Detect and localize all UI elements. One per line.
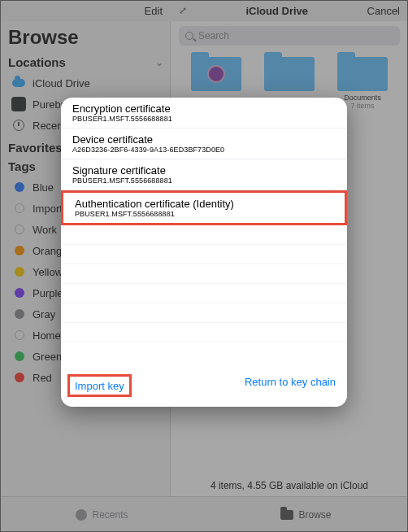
cert-title: Authentication certificate (Identity) xyxy=(75,198,335,210)
browse-heading: Browse xyxy=(8,26,163,49)
tag-dot-icon xyxy=(15,351,24,361)
blank-row xyxy=(61,323,347,342)
tag-label: Yellow xyxy=(33,266,63,278)
tag-dot-icon xyxy=(15,267,24,277)
import-key-button[interactable]: Import key xyxy=(75,380,124,392)
tab-browse-label: Browse xyxy=(298,509,331,521)
tag-dot-icon xyxy=(15,225,24,234)
certificate-modal: Encryption certificatePBUSER1.MSFT.55566… xyxy=(61,98,347,407)
tag-label: Gray xyxy=(33,308,55,321)
tag-label: Home xyxy=(33,329,61,342)
cancel-button[interactable]: Cancel xyxy=(367,5,400,17)
tag-label: Red xyxy=(33,372,52,384)
tag-label: Green xyxy=(33,351,62,363)
blank-row xyxy=(61,245,347,264)
locations-heading[interactable]: Locations ⌄ xyxy=(8,55,163,69)
search-icon xyxy=(185,32,193,40)
cert-item[interactable]: Signature certificatePBUSER1.MSFT.555668… xyxy=(61,159,347,190)
icloud-icon xyxy=(11,76,26,90)
tab-browse[interactable]: Browse xyxy=(204,497,408,532)
favorites-label: Favorites xyxy=(8,141,63,155)
sidebar-item[interactable]: iCloud Drive xyxy=(8,72,163,94)
search-input[interactable]: Search xyxy=(179,26,400,46)
folder-subtitle: 7 items xyxy=(350,102,374,110)
blank-row xyxy=(61,284,347,303)
tag-label: Purple xyxy=(33,287,63,299)
status-text: 4 items, 4.55 GB available on iCloud xyxy=(171,475,408,496)
folder-icon xyxy=(191,57,241,91)
sidebar-item-label: iCloud Drive xyxy=(33,77,90,89)
chevron-down-icon: ⌄ xyxy=(155,57,163,68)
cert-item[interactable]: Device certificateA26D3236-2BF6-4339-9A1… xyxy=(61,129,347,159)
sidebar-item-label: Purebr xyxy=(33,98,64,111)
tag-label: Work xyxy=(33,224,57,236)
cert-subtitle: PBUSER1.MSFT.5556688881 xyxy=(72,115,337,123)
cert-subtitle: PBUSER1.MSFT.5556688881 xyxy=(75,210,335,218)
page-title: iCloud Drive xyxy=(187,5,367,17)
edit-button[interactable]: Edit xyxy=(145,5,163,17)
tag-dot-icon xyxy=(15,288,24,298)
tag-dot-icon xyxy=(15,373,24,382)
cert-subtitle: A26D3236-2BF6-4339-9A13-6ED3BF73D0E0 xyxy=(72,146,337,154)
folder-icon xyxy=(264,57,315,91)
tag-dot-icon xyxy=(15,246,24,255)
tag-label: Blue xyxy=(33,181,54,194)
folder-icon xyxy=(280,510,293,520)
cert-subtitle: PBUSER1.MSFT.5556688881 xyxy=(72,177,337,185)
cert-title: Device certificate xyxy=(72,133,337,146)
tag-dot-icon xyxy=(15,309,24,319)
cert-item[interactable]: Encryption certificatePBUSER1.MSFT.55566… xyxy=(61,98,347,129)
cert-item-authentication[interactable]: Authentication certificate (Identity)PBU… xyxy=(61,190,347,225)
blank-row xyxy=(61,303,347,323)
clock-icon xyxy=(11,118,26,133)
tag-dot-icon xyxy=(15,182,24,192)
locations-label: Locations xyxy=(8,55,66,69)
clock-icon xyxy=(76,509,87,521)
tab-recents-label: Recents xyxy=(92,509,128,521)
tag-dot-icon xyxy=(15,330,24,340)
tag-dot-icon xyxy=(15,203,24,213)
tab-recents[interactable]: Recents xyxy=(0,497,204,532)
search-placeholder: Search xyxy=(198,30,229,41)
tags-label: Tags xyxy=(8,159,36,173)
folder-icon xyxy=(337,57,388,91)
return-keychain-button[interactable]: Return to key chain xyxy=(245,376,336,395)
app-icon xyxy=(11,97,26,111)
cert-title: Signature certificate xyxy=(72,164,337,177)
blank-row xyxy=(61,264,347,284)
cert-title: Encryption certificate xyxy=(72,102,337,115)
blank-row xyxy=(61,225,347,245)
expand-icon[interactable]: ⤢ xyxy=(179,5,187,16)
folder-name: Documents xyxy=(344,94,381,102)
tab-bar: Recents Browse xyxy=(0,496,408,532)
